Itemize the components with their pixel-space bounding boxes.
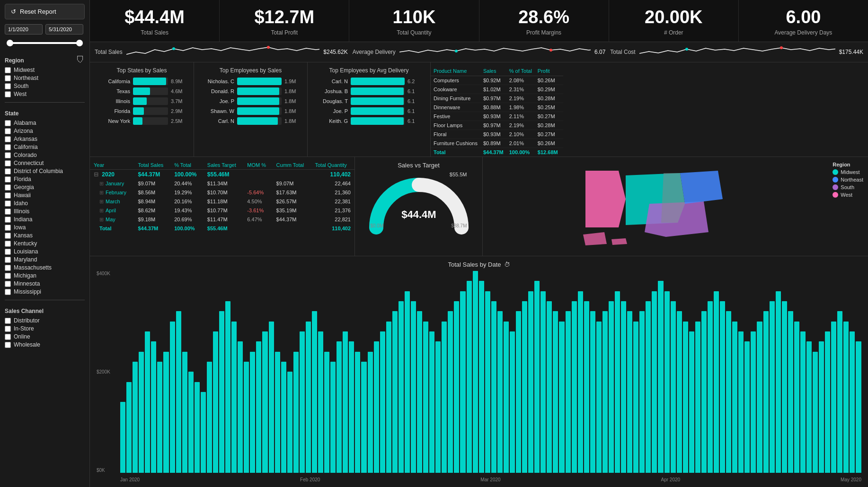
bottom-chart-row: Total Sales by Date ⏱ $400K $200K $0K Ja…: [90, 256, 868, 487]
kpi-total-profit-value: $12.7M: [229, 8, 339, 27]
top-emp-delivery-bars: Carl. N6.2 Joshua. B6.1 Douglas. T6.1 Jo…: [312, 78, 425, 127]
bar-col: [151, 341, 156, 473]
bar-col: [491, 301, 496, 473]
bar-col: [293, 352, 299, 473]
region-midwest[interactable]: Midwest: [5, 67, 85, 73]
bar-col: [763, 311, 769, 473]
region-west[interactable]: West: [5, 91, 85, 97]
bar-col: [516, 311, 521, 473]
kpi-delivery-value: 6.00: [748, 8, 859, 27]
bar-col: [720, 301, 725, 473]
kpi-delivery-label: Average Delivery Days: [748, 29, 859, 36]
bar-col: [547, 301, 552, 473]
svg-point-4: [685, 48, 688, 51]
date-start-input[interactable]: [5, 24, 43, 35]
bar-col: [473, 271, 478, 473]
date-end-input[interactable]: [45, 24, 83, 35]
product-table-row: Festive$0.93M2.11%$0.27M2,3226.00: [431, 112, 563, 121]
legend-northeast: Northeast: [833, 177, 863, 183]
channel-filter: Distributor In-Store Online Wholesale: [5, 317, 85, 348]
bar-col: [417, 311, 422, 473]
bar-col: [423, 322, 428, 473]
reset-button[interactable]: ↺ Reset Report: [5, 4, 85, 19]
bar-col: [584, 301, 589, 473]
bar-col: [813, 352, 818, 473]
bar-col: [225, 301, 230, 473]
bar-col: [732, 322, 737, 473]
bar-col: [256, 341, 261, 473]
col-product-name: Product Name: [431, 66, 480, 76]
sparkline-total-cost: Total Cost $175.44K: [610, 45, 863, 59]
bar-col: [843, 322, 849, 473]
bar-col: [652, 291, 657, 473]
col-sales: Sales: [480, 66, 506, 76]
product-table-row: Floor Lamps$0.97M2.19%$0.28M2,3736.12: [431, 121, 563, 130]
bar-col: [392, 311, 398, 473]
product-table-row: Cookware$1.02M2.31%$0.29M2,5705.97: [431, 85, 563, 94]
bar-col: [800, 331, 806, 473]
sparkline-label-cost: Total Cost: [610, 49, 635, 55]
bar-col: [566, 311, 571, 473]
bar-col: [126, 382, 132, 473]
region-south[interactable]: South: [5, 83, 85, 89]
svg-point-0: [172, 47, 175, 50]
product-table-row: Computers$0.92M2.08%$0.26M2,2826.02: [431, 76, 563, 85]
sparkline-avg-delivery: Average Delivery 6.07: [353, 45, 606, 59]
date-range: [5, 24, 85, 35]
bar-col: [528, 291, 533, 473]
bar-col: [701, 311, 707, 473]
bar-col: [540, 291, 546, 473]
data-table: Year Total Sales % Total Sales Target MO…: [90, 161, 354, 233]
bar-col: [380, 331, 385, 473]
bar-col: [442, 322, 447, 473]
middle-row: Top States by Sales California8.9M Texas…: [90, 62, 868, 157]
top-emp-delivery-title: Top Employees by Avg Delivery: [312, 67, 425, 74]
kpi-total-sales: $44.4M Total Sales: [90, 0, 220, 42]
bar-col: [850, 331, 855, 473]
data-table-month-row: ⊞January$9.07M20.44%$11.34M$9.07M22,464: [90, 179, 354, 188]
top-states-bars: California8.9M Texas4.6M Illinois3.7M Fl…: [95, 78, 189, 127]
product-table: Product Name Sales % of Total Profit Qua…: [431, 66, 563, 157]
bar-col: [460, 291, 465, 473]
kpi-total-qty-value: 110K: [359, 8, 469, 27]
bar-col: [683, 322, 688, 473]
filter-icon: ⛉: [76, 55, 85, 65]
clock-icon: ⏱: [504, 261, 510, 268]
bar-col: [627, 311, 632, 473]
bar-col: [207, 362, 212, 473]
legend-title: Region: [833, 162, 863, 167]
bar-col: [485, 291, 490, 473]
bar-col: [479, 281, 484, 473]
bar-col: [355, 352, 360, 473]
sparkline-label-sales: Total Sales: [95, 49, 123, 55]
bar-col: [504, 322, 509, 473]
data-table-panel: Year Total Sales % Total Sales Target MO…: [90, 157, 355, 256]
bar-col: [695, 322, 700, 473]
bar-col: [448, 311, 453, 473]
legend-south: South: [833, 184, 863, 190]
bar-col: [133, 362, 138, 473]
bar-col: [726, 311, 731, 473]
legend-west: West: [833, 192, 863, 198]
date-slider[interactable]: [5, 38, 85, 48]
data-table-month-row: ⊞April$8.62M19.43%$10.77M-3.61%$35.19M21…: [90, 206, 354, 215]
bar-col: [770, 301, 775, 473]
col-profit: Profit: [535, 66, 561, 76]
bar-col: [677, 311, 682, 473]
dt-col-mom: MOM %: [243, 161, 272, 170]
data-table-month-row: ⊞May$9.18M20.69%$11.47M6.47%$44.37M22,82…: [90, 215, 354, 224]
svg-text:$44.4M: $44.4M: [401, 209, 436, 220]
bar-col: [269, 322, 274, 473]
bar-col: [825, 331, 830, 473]
bar-col: [195, 382, 200, 473]
bar-col: [170, 322, 175, 473]
col-qty: Quantity: [561, 66, 563, 76]
bar-col: [306, 322, 311, 473]
bar-col: [671, 301, 676, 473]
bar-col: [757, 322, 762, 473]
region-northeast[interactable]: Northeast: [5, 75, 85, 81]
top-emp-sales-panel: Top Employees by Sales Nicholas. C1.9M D…: [194, 62, 308, 157]
kpi-row: $44.4M Total Sales $12.7M Total Profit 1…: [90, 0, 868, 42]
bar-col: [572, 301, 577, 473]
product-table-row: Furniture Cushions$0.89M2.01%$0.26M2,166…: [431, 139, 563, 148]
